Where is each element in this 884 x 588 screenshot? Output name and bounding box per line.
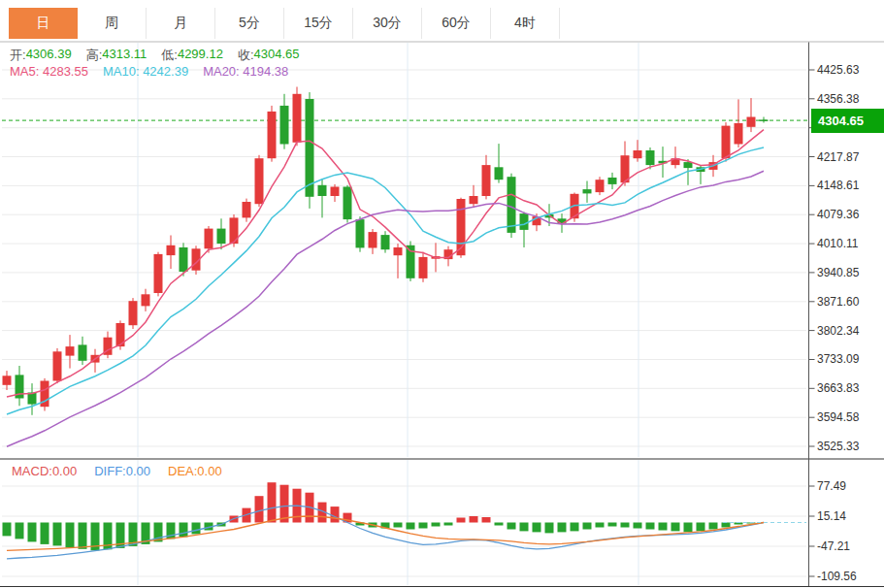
ohlc-item: 低:4299.12 <box>161 47 223 64</box>
macd-axis-label: 77.49 <box>817 479 846 493</box>
tab-日[interactable]: 日 <box>9 8 78 39</box>
tab-60分[interactable]: 60分 <box>422 8 491 39</box>
ohlc-item: 收:4304.65 <box>238 47 300 64</box>
price-axis-label: 4010.11 <box>817 237 859 250</box>
price-axis-label: 4217.87 <box>817 150 859 164</box>
ma-item: MA10: 4242.39 <box>103 64 188 79</box>
price-axis-label: 4425.63 <box>817 63 859 77</box>
price-axis-label: 3802.34 <box>817 324 859 338</box>
tab-30分[interactable]: 30分 <box>353 8 422 39</box>
current-price-value: 4304.65 <box>818 114 864 128</box>
ma-legend: MA5: 4283.55MA10: 4242.39MA20: 4194.38 <box>10 64 288 79</box>
price-axis-label: 4148.61 <box>817 179 859 192</box>
macd-legend-item: MACD:0.00 <box>12 464 77 478</box>
macd-legend-item: DIFF:0.00 <box>94 464 150 478</box>
price-axis-label: 3940.85 <box>817 266 859 279</box>
price-axis-label: 4356.38 <box>817 92 859 106</box>
ohlc-legend: 开:4306.39高:4313.11低:4299.12收:4304.65 <box>10 47 300 64</box>
current-price-tag: 4304.65 <box>811 109 884 133</box>
macd-legend: MACD:0.00DIFF:0.00DEA:0.00 <box>12 464 222 478</box>
ma-item: MA5: 4283.55 <box>10 64 88 79</box>
macd-legend-item: DEA:0.00 <box>168 464 222 478</box>
price-axis-label: 3733.09 <box>817 352 859 366</box>
chart-application: 日周月5分15分30分60分4时 开:4306.39高:4313.11低:429… <box>0 0 884 588</box>
price-axis-label: 3871.60 <box>817 295 859 309</box>
price-axis-label: 4079.36 <box>817 208 859 221</box>
price-axis-label: 3525.33 <box>817 440 859 453</box>
tab-周[interactable]: 周 <box>78 8 147 39</box>
macd-axis-label: -47.21 <box>817 539 850 553</box>
price-axis-label: 3594.58 <box>817 410 859 424</box>
ma-item: MA20: 4194.38 <box>203 64 288 79</box>
tab-月[interactable]: 月 <box>147 8 215 39</box>
tab-bar: 日周月5分15分30分60分4时 <box>0 0 884 42</box>
macd-axis-label: 15.14 <box>817 509 846 523</box>
tab-4时[interactable]: 4时 <box>491 8 560 39</box>
price-axis-label: 3663.83 <box>817 381 859 395</box>
candlestick-chart-canvas[interactable] <box>0 0 884 588</box>
tab-15分[interactable]: 15分 <box>284 8 353 39</box>
ohlc-item: 高:4313.11 <box>86 47 147 64</box>
macd-axis-label: -109.56 <box>817 570 857 583</box>
ohlc-item: 开:4306.39 <box>10 47 72 64</box>
tab-5分[interactable]: 5分 <box>215 8 284 39</box>
